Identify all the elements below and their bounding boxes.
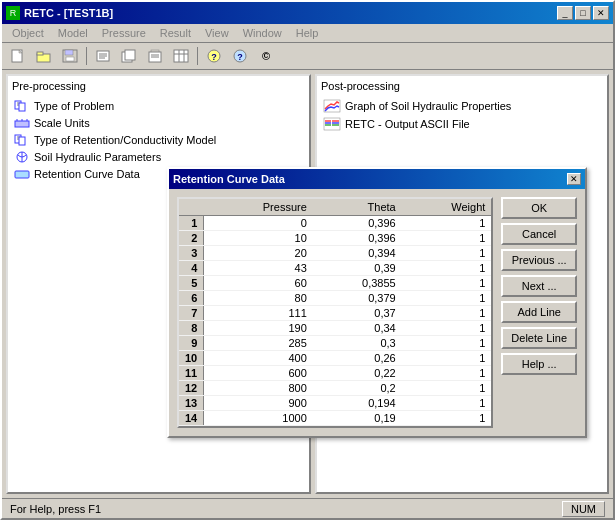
- type-of-problem-icon: [14, 99, 30, 113]
- row-num: 14: [179, 411, 204, 426]
- menu-view[interactable]: View: [199, 26, 235, 40]
- table-row[interactable]: 2 10 0,396 1: [179, 231, 491, 246]
- table-row[interactable]: 12 800 0,2 1: [179, 381, 491, 396]
- table-row[interactable]: 5 60 0,3855 1: [179, 276, 491, 291]
- minimize-button[interactable]: _: [557, 6, 573, 20]
- svg-rect-41: [324, 118, 340, 130]
- cell-theta: 0,37: [313, 306, 402, 321]
- nav-scale-units-label: Scale Units: [34, 117, 90, 129]
- cell-weight: 1: [402, 261, 492, 276]
- cell-theta: 0,394: [313, 246, 402, 261]
- help-dialog-button[interactable]: Help ...: [501, 353, 577, 375]
- scale-units-icon: [14, 116, 30, 130]
- nav-retention-curve-label: Retention Curve Data: [34, 168, 140, 180]
- nav-retention-model[interactable]: Type of Retention/Conductivity Model: [12, 132, 305, 148]
- previous-button[interactable]: Previous ...: [501, 249, 577, 271]
- table-row[interactable]: 11 600 0,22 1: [179, 366, 491, 381]
- svg-rect-3: [37, 52, 43, 55]
- menu-object[interactable]: Object: [6, 26, 50, 40]
- delete-line-button[interactable]: Delete Line: [501, 327, 577, 349]
- row-num: 4: [179, 261, 204, 276]
- cell-weight: 1: [402, 411, 492, 426]
- table-row[interactable]: 1 0 0,396 1: [179, 216, 491, 231]
- table-row[interactable]: 6 80 0,379 1: [179, 291, 491, 306]
- title-bar: R RETC - [TEST1B] _ □ ✕: [2, 2, 613, 24]
- row-num: 10: [179, 351, 204, 366]
- svg-rect-5: [65, 50, 73, 55]
- retention-model-icon: [14, 133, 30, 147]
- row-num: 1: [179, 216, 204, 231]
- toolbar-btn-4[interactable]: [91, 45, 115, 67]
- save-button[interactable]: [58, 45, 82, 67]
- table-row[interactable]: 10 400 0,26 1: [179, 351, 491, 366]
- cell-weight: 1: [402, 291, 492, 306]
- cell-pressure: 20: [204, 246, 313, 261]
- cell-pressure: 800: [204, 381, 313, 396]
- post-ascii[interactable]: RETC - Output ASCII File: [321, 116, 603, 132]
- col-header-row: [179, 199, 204, 216]
- post-graph[interactable]: Graph of Soil Hydraulic Properties: [321, 98, 603, 114]
- cell-weight: 1: [402, 321, 492, 336]
- svg-rect-12: [125, 50, 135, 60]
- table-row[interactable]: 9 285 0,3 1: [179, 336, 491, 351]
- new-button[interactable]: [6, 45, 30, 67]
- svg-text:?: ?: [211, 52, 217, 62]
- cell-weight: 1: [402, 336, 492, 351]
- cancel-button[interactable]: Cancel: [501, 223, 577, 245]
- copy-button[interactable]: [117, 45, 141, 67]
- cell-theta: 0,194: [313, 396, 402, 411]
- cell-pressure: 80: [204, 291, 313, 306]
- cell-theta: 0,19: [313, 411, 402, 426]
- post-ascii-label: RETC - Output ASCII File: [345, 118, 470, 130]
- right-panel-title: Post-processing: [321, 80, 603, 92]
- toolbar-sep-2: [197, 47, 198, 65]
- status-help-text: For Help, press F1: [10, 503, 101, 515]
- table-row[interactable]: 3 20 0,394 1: [179, 246, 491, 261]
- row-num: 2: [179, 231, 204, 246]
- about-button[interactable]: ?: [228, 45, 252, 67]
- dialog-close-button[interactable]: ✕: [567, 173, 581, 185]
- svg-text:?: ?: [237, 52, 243, 62]
- ascii-icon: [323, 117, 341, 131]
- help-toolbar-button[interactable]: ?: [202, 45, 226, 67]
- table-row[interactable]: 8 190 0,34 1: [179, 321, 491, 336]
- menu-window[interactable]: Window: [237, 26, 288, 40]
- col-header-weight: Weight: [402, 199, 492, 216]
- title-buttons: _ □ ✕: [557, 6, 609, 20]
- svg-rect-17: [174, 50, 188, 62]
- paste-button[interactable]: [143, 45, 167, 67]
- table-row[interactable]: 4 43 0,39 1: [179, 261, 491, 276]
- next-button[interactable]: Next ...: [501, 275, 577, 297]
- nav-scale-units[interactable]: Scale Units: [12, 115, 305, 131]
- open-button[interactable]: [32, 45, 56, 67]
- svg-rect-39: [15, 171, 29, 178]
- close-button[interactable]: ✕: [593, 6, 609, 20]
- data-table-container[interactable]: Pressure Theta Weight 1 0 0,396 1 2 10 0…: [177, 197, 493, 428]
- svg-rect-36: [19, 137, 25, 145]
- add-line-button[interactable]: Add Line: [501, 301, 577, 323]
- copyright-button[interactable]: ©: [254, 45, 278, 67]
- ok-button[interactable]: OK: [501, 197, 577, 219]
- nav-type-of-problem[interactable]: Type of Problem: [12, 98, 305, 114]
- menu-bar: Object Model Pressure Result View Window…: [2, 24, 613, 43]
- table-row[interactable]: 7 111 0,37 1: [179, 306, 491, 321]
- menu-model[interactable]: Model: [52, 26, 94, 40]
- table-row[interactable]: 14 1000 0,19 1: [179, 411, 491, 426]
- cell-theta: 0,2: [313, 381, 402, 396]
- row-num: 6: [179, 291, 204, 306]
- app-icon: R: [6, 6, 20, 20]
- dialog-title: Retention Curve Data: [173, 173, 285, 185]
- table-row[interactable]: 13 900 0,194 1: [179, 396, 491, 411]
- nav-soil-hydraulic[interactable]: Soil Hydraulic Parameters: [12, 149, 305, 165]
- row-num: 3: [179, 246, 204, 261]
- menu-help[interactable]: Help: [290, 26, 325, 40]
- table-button[interactable]: [169, 45, 193, 67]
- col-header-theta: Theta: [313, 199, 402, 216]
- cell-pressure: 1000: [204, 411, 313, 426]
- maximize-button[interactable]: □: [575, 6, 591, 20]
- status-mode: NUM: [562, 501, 605, 517]
- cell-pressure: 190: [204, 321, 313, 336]
- menu-result[interactable]: Result: [154, 26, 197, 40]
- menu-pressure[interactable]: Pressure: [96, 26, 152, 40]
- row-num: 8: [179, 321, 204, 336]
